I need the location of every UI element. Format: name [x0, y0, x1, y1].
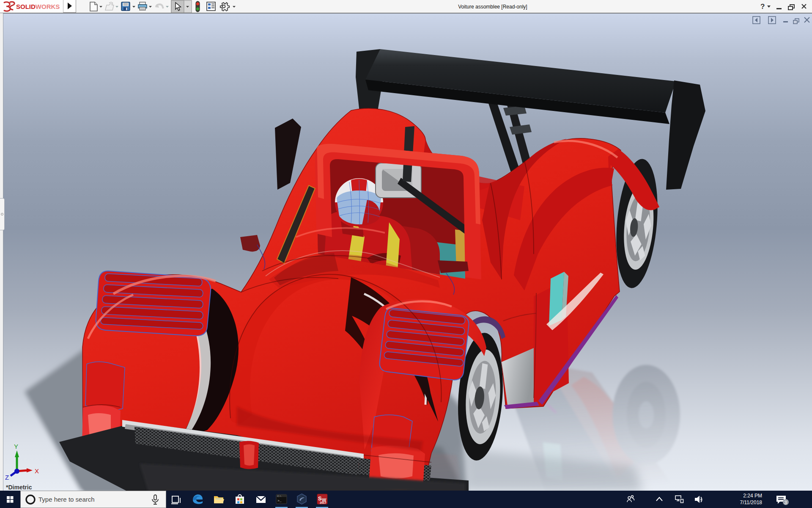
svg-text:X: X — [35, 467, 39, 475]
svg-text:Y: Y — [14, 443, 18, 450]
svg-text:Z: Z — [5, 474, 9, 481]
svg-text:C:\: C:\ — [277, 495, 281, 498]
svg-text:2017: 2017 — [320, 501, 326, 504]
svg-text:S: S — [318, 495, 322, 502]
svg-text:?: ? — [760, 3, 765, 11]
svg-text:>_: >_ — [277, 499, 282, 502]
svg-text:3: 3 — [785, 500, 787, 505]
svg-text:SOLIDWORKS: SOLIDWORKS — [16, 3, 60, 10]
